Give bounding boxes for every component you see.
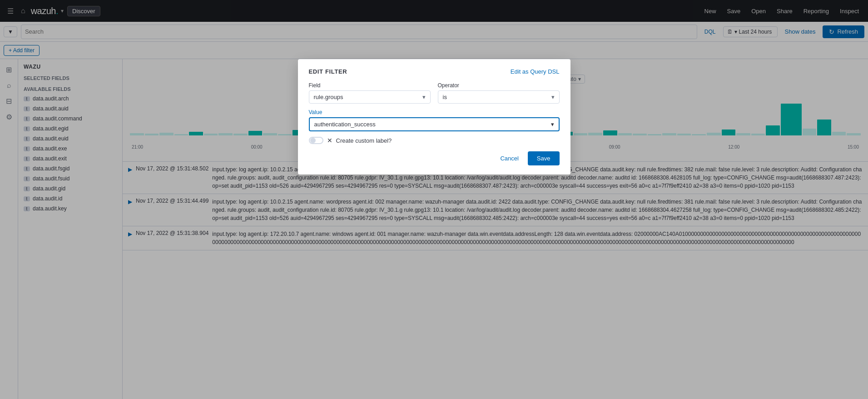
toggle-knob (310, 138, 316, 143)
custom-label-text: Create custom label? (336, 137, 392, 144)
cancel-button[interactable]: Cancel (495, 152, 524, 165)
save-button[interactable]: Save (528, 151, 560, 165)
value-input-caret-icon: ▾ (551, 121, 554, 128)
value-label: Value (309, 109, 560, 115)
field-label: Field (309, 82, 431, 89)
edit-as-query-dsl-link[interactable]: Edit as Query DSL (511, 68, 560, 75)
field-group: Field rule.groups ▾ (309, 82, 431, 104)
operator-group: Operator is ▾ (438, 82, 560, 104)
toggle-x-icon: ✕ (327, 137, 332, 144)
field-select-caret-icon: ▾ (422, 94, 426, 100)
field-select[interactable]: rule.groups ▾ (309, 90, 431, 104)
field-operator-row: Field rule.groups ▾ Operator is ▾ (309, 82, 560, 104)
custom-label-toggle[interactable] (309, 137, 323, 144)
edit-filter-modal: EDIT FILTER Edit as Query DSL Field rule… (298, 59, 570, 175)
operator-select-caret-icon: ▾ (551, 94, 555, 100)
modal-body: Field rule.groups ▾ Operator is ▾ Value … (309, 82, 560, 144)
modal-header: EDIT FILTER Edit as Query DSL (309, 68, 560, 75)
operator-select-value: is (443, 94, 447, 100)
operator-select[interactable]: is ▾ (438, 90, 560, 104)
modal-footer: Cancel Save (309, 151, 560, 165)
modal-title: EDIT FILTER (309, 68, 347, 75)
operator-label: Operator (438, 82, 560, 89)
value-input-text: authentication_success (314, 121, 376, 128)
modal-overlay: EDIT FILTER Edit as Query DSL Field rule… (0, 0, 868, 399)
custom-label-row: ✕ Create custom label? (309, 137, 560, 144)
value-input[interactable]: authentication_success ▾ (309, 117, 560, 131)
field-select-value: rule.groups (314, 94, 343, 100)
